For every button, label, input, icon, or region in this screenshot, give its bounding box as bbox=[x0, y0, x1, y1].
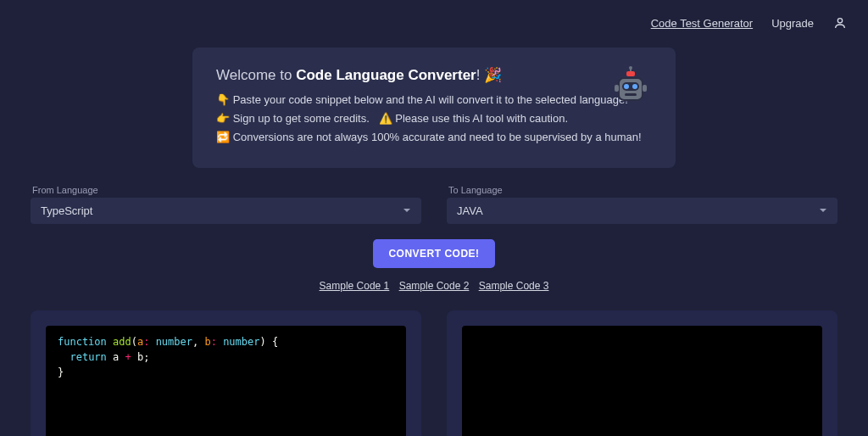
welcome-line-2b-text: Please use this AI tool with caution. bbox=[395, 112, 568, 125]
tok-type: number bbox=[223, 336, 259, 348]
svg-rect-2 bbox=[626, 71, 635, 76]
tok-punct: } bbox=[58, 366, 64, 378]
from-language-value: TypeScript bbox=[41, 204, 92, 217]
tok-indent bbox=[58, 351, 70, 363]
from-language-group: From Language TypeScript bbox=[31, 185, 421, 224]
tok-keyword: function bbox=[58, 336, 107, 348]
from-language-select[interactable]: TypeScript bbox=[31, 198, 421, 224]
welcome-line-1: 👇 Paste your code snippet below and the … bbox=[216, 92, 652, 108]
svg-point-6 bbox=[624, 84, 629, 89]
welcome-line-1-text: Paste your code snippet below and the AI… bbox=[233, 93, 628, 106]
svg-point-7 bbox=[632, 84, 637, 89]
welcome-title: Welcome to Code Language Converter! 🎉 bbox=[216, 66, 652, 84]
header-nav: Code Test Generator Upgrade bbox=[0, 0, 868, 37]
convert-button[interactable]: CONVERT CODE! bbox=[373, 239, 494, 268]
tok-func: add bbox=[113, 336, 131, 348]
point-right-icon: 👉 bbox=[216, 111, 230, 126]
welcome-title-bold: Code Language Converter bbox=[296, 67, 476, 83]
to-language-select[interactable]: JAVA bbox=[447, 198, 837, 224]
sample-links: Sample Code 1 Sample Code 2 Sample Code … bbox=[0, 280, 868, 292]
welcome-line-3-text: Conversions are not always 100% accurate… bbox=[233, 131, 642, 143]
upgrade-link[interactable]: Upgrade bbox=[771, 17, 814, 30]
tok-op: : bbox=[143, 336, 155, 348]
language-selectors: From Language TypeScript To Language JAV… bbox=[0, 185, 868, 224]
tok-punct: ) bbox=[260, 336, 266, 348]
repeat-icon: 🔁 bbox=[216, 130, 230, 145]
tok-punct: { bbox=[266, 336, 278, 348]
to-language-label: To Language bbox=[447, 185, 837, 195]
welcome-line-2a-text: Sign up to get some credits. bbox=[233, 112, 370, 125]
chevron-down-icon bbox=[819, 204, 827, 217]
point-down-icon: 👇 bbox=[216, 92, 230, 108]
source-editor-card: function add(a: number, b: number) { ret… bbox=[31, 310, 421, 436]
editors-row: function add(a: number, b: number) { ret… bbox=[0, 310, 868, 436]
welcome-card: Welcome to Code Language Converter! 🎉 👇 … bbox=[192, 48, 676, 168]
svg-point-4 bbox=[629, 66, 632, 70]
sample-code-1-link[interactable]: Sample Code 1 bbox=[320, 280, 390, 292]
chevron-down-icon bbox=[403, 204, 411, 217]
tok-punct: ; bbox=[143, 351, 149, 363]
robot-icon bbox=[609, 66, 652, 112]
tok-op: : bbox=[211, 336, 223, 348]
output-editor-card bbox=[447, 310, 837, 436]
svg-point-0 bbox=[837, 19, 842, 23]
sample-code-3-link[interactable]: Sample Code 3 bbox=[479, 280, 549, 292]
tok-op: + bbox=[119, 351, 137, 363]
code-test-generator-link[interactable]: Code Test Generator bbox=[651, 17, 753, 30]
to-language-value: JAVA bbox=[457, 204, 483, 217]
tok-punct: ( bbox=[131, 336, 137, 348]
welcome-line-2: 👉 Sign up to get some credits. ⚠️ Please… bbox=[216, 111, 652, 126]
sample-code-2-link[interactable]: Sample Code 2 bbox=[399, 280, 470, 292]
tok-param: b bbox=[204, 336, 210, 348]
tok-punct: , bbox=[192, 336, 204, 348]
warning-icon: ⚠️ bbox=[379, 111, 392, 126]
source-code-editor[interactable]: function add(a: number, b: number) { ret… bbox=[46, 326, 406, 436]
welcome-prefix: Welcome to bbox=[216, 67, 296, 83]
svg-rect-10 bbox=[643, 85, 647, 92]
to-language-group: To Language JAVA bbox=[447, 185, 837, 224]
output-code-editor[interactable] bbox=[462, 326, 822, 436]
svg-rect-8 bbox=[625, 93, 637, 96]
tok-keyword: return bbox=[70, 351, 106, 363]
welcome-line-3: 🔁 Conversions are not always 100% accura… bbox=[216, 130, 652, 145]
tok-type: number bbox=[156, 336, 192, 348]
welcome-suffix: ! 🎉 bbox=[476, 67, 502, 83]
svg-rect-9 bbox=[615, 85, 619, 92]
user-icon[interactable] bbox=[832, 15, 848, 31]
from-language-label: From Language bbox=[31, 185, 421, 195]
